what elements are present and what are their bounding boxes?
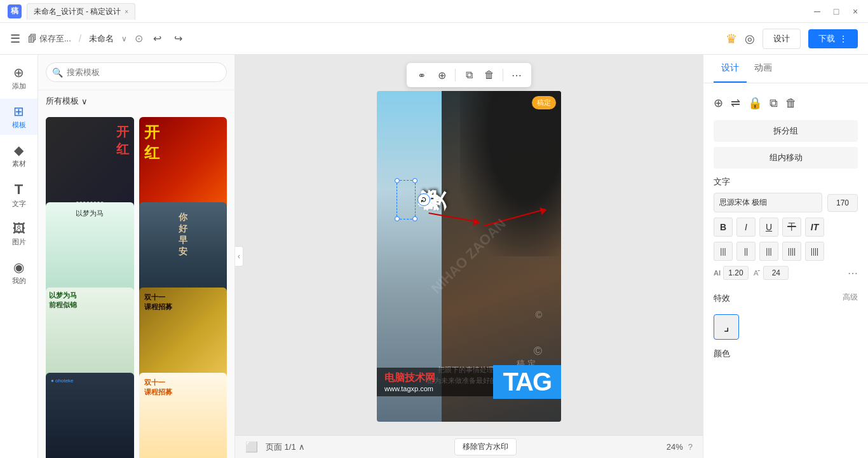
effects-advanced-btn[interactable]: 高级 — [843, 292, 858, 303]
split-group-button[interactable]: 拆分组 — [714, 120, 858, 142]
title-tab[interactable]: 未命名_设计页 - 稿定设计 × — [27, 3, 135, 20]
colors-section: 颜色 — [714, 347, 858, 359]
download-more-icon[interactable]: ⋮ — [839, 34, 848, 44]
crown-icon: ♛ — [726, 31, 737, 46]
bottom-text-line-2: 是为未来做准备最好的方式 — [427, 375, 511, 387]
icon-sidebar: ⊕ 添加 ⊞ 模板 ◆ 素材 T 文字 🖼 图片 ◉ 我的 — [0, 55, 38, 458]
canvas-area: ‹ ⚭ ⊕ ⧉ 🗑 ⋯ 稿定 — [235, 55, 703, 458]
text-icon: T — [15, 181, 23, 198]
toolbar-right: ♛ ◎ 设计 下载 ⋮ — [726, 29, 858, 49]
template-filter[interactable]: 所有模板 ∨ — [38, 90, 234, 112]
close-btn[interactable]: × — [850, 6, 860, 17]
canvas-bottom-caption: 把眼下的事情处理好 是为未来做准备最好的方式 — [427, 364, 511, 387]
page-arrow-icon[interactable]: ∧ — [299, 442, 305, 452]
template-item[interactable]: 双十一课程招募 — [139, 373, 227, 458]
target-icon[interactable]: ◎ — [745, 32, 755, 46]
align-right-button[interactable]: ||| — [759, 242, 778, 261]
tab-animation[interactable]: 动画 — [747, 55, 780, 83]
layer-flip-icon[interactable]: ⇌ — [731, 96, 740, 110]
text-element[interactable]: 你好早安 ↻ — [397, 180, 416, 219]
float-link-btn[interactable]: ⚭ — [412, 66, 431, 85]
bold-button[interactable]: B — [714, 218, 733, 237]
sidebar-label-add: 添加 — [12, 81, 26, 91]
template-item[interactable]: ● ohoteke — [46, 373, 134, 458]
filename-display[interactable]: 未命名 — [89, 33, 114, 45]
tab-close[interactable]: × — [125, 8, 128, 15]
sidebar-item-mine[interactable]: ◉ 我的 — [0, 254, 37, 291]
float-copy-btn[interactable]: ⧉ — [459, 66, 478, 85]
float-delete-btn[interactable]: 🗑 — [480, 66, 499, 85]
font-name-button[interactable]: 思源宋体 极细 — [714, 193, 822, 212]
italic-button[interactable]: I — [736, 218, 756, 237]
page-indicator: 页面 1/1 ∧ — [266, 441, 305, 453]
remove-watermark-button[interactable]: 移除官方水印 — [454, 438, 517, 455]
cloud-sync-icon[interactable]: ⊙ — [135, 32, 143, 45]
filename-dropdown-icon[interactable]: ∨ — [121, 34, 127, 43]
outline-button[interactable]: IT — [805, 218, 824, 237]
effect-thumb-icon: ⌟ — [724, 320, 729, 334]
menu-icon[interactable]: ☰ — [10, 32, 20, 46]
canvas-wrapper: ⚭ ⊕ ⧉ 🗑 ⋯ 稿定 — [377, 91, 561, 422]
page-view-icon[interactable]: ⬜ — [245, 441, 258, 453]
sidebar-item-image[interactable]: 🖼 图片 — [0, 216, 37, 252]
move-in-group-button[interactable]: 组内移动 — [714, 147, 858, 169]
canvas-image[interactable]: 稿定 你好早安 ↻ 把眼下的事情处理好 是为未来做准备最好的方式 — [377, 91, 561, 422]
layer-lock-icon[interactable]: 🔒 — [748, 96, 762, 110]
template-icon: ⊞ — [13, 104, 24, 119]
effects-grid: ⌟ — [714, 314, 858, 340]
help-icon[interactable]: ? — [688, 442, 693, 452]
download-button[interactable]: 下载 ⋮ — [808, 29, 858, 48]
float-more-btn[interactable]: ⋯ — [507, 66, 526, 85]
panel-collapse-btn[interactable]: ‹ — [235, 246, 243, 267]
effects-header: 特效 高级 — [714, 285, 858, 309]
share-button[interactable]: 设计 — [763, 29, 801, 49]
strikethrough-button[interactable]: 干 — [782, 218, 801, 237]
search-input-wrap: 🔍 — [46, 62, 227, 82]
underline-button[interactable]: U — [759, 218, 778, 237]
sidebar-item-text[interactable]: T 文字 — [0, 176, 37, 214]
minimize-btn[interactable]: ─ — [812, 6, 822, 17]
toolbar: ☰ 🗐 保存至... / 未命名 ∨ ⊙ ↩ ↪ ♛ ◎ 设计 下载 ⋮ — [0, 23, 868, 55]
redo-button[interactable]: ↪ — [172, 30, 185, 47]
tab-design[interactable]: 设计 — [714, 55, 747, 83]
letter-spacing-icon: AI — [714, 269, 721, 277]
save-button[interactable]: 🗐 保存至... — [28, 33, 71, 45]
align-distribute-button[interactable]: |||| — [805, 242, 824, 261]
confirm-button[interactable]: 稿定 — [532, 96, 556, 109]
layer-copy-icon[interactable]: ⧉ — [770, 97, 778, 110]
effects-section: 特效 高级 ⌟ — [714, 285, 858, 340]
sidebar-item-add[interactable]: ⊕ 添加 — [0, 60, 37, 96]
toolbar-separator: / — [79, 33, 81, 45]
template-grid: 209999993499999949999999 开红 开红 VIP 以梦为马 … — [38, 112, 234, 458]
layer-delete-icon[interactable]: 🗑 — [785, 97, 797, 110]
search-icon: 🔍 — [52, 67, 63, 78]
canvas-studio-text: 稿 定 — [517, 358, 536, 370]
letter-spacing-value[interactable]: 1.20 — [723, 266, 749, 280]
align-center-button[interactable]: || — [736, 242, 756, 261]
zoom-value: 24% — [667, 442, 683, 452]
sidebar-label-material: 素材 — [12, 159, 26, 169]
sidebar-item-material[interactable]: ◆ 素材 — [0, 137, 37, 174]
search-input[interactable] — [46, 62, 227, 82]
font-size-input[interactable] — [827, 194, 858, 212]
align-left-button[interactable]: ||| — [714, 242, 733, 261]
handle-tr[interactable] — [395, 178, 400, 183]
canvas-bottom-bar: ⬜ 页面 1/1 ∧ 移除官方水印 24% ? — [235, 435, 703, 458]
maximize-btn[interactable]: □ — [831, 6, 841, 17]
canvas-text-content: 你好早安 — [400, 186, 410, 214]
line-spacing-value[interactable]: 24 — [763, 266, 789, 280]
layer-stack-icon[interactable]: ⊕ — [714, 96, 723, 110]
undo-button[interactable]: ↩ — [151, 30, 164, 47]
spacing-more-icon[interactable]: ⋯ — [848, 267, 858, 279]
layer-controls: ⊕ ⇌ 🔒 ⧉ 🗑 — [714, 91, 858, 115]
image-icon: 🖼 — [13, 221, 25, 236]
tab-label: 未命名_设计页 - 稿定设计 — [34, 6, 121, 17]
float-align-btn[interactable]: ⊕ — [432, 66, 451, 85]
align-justify-button[interactable]: |||| — [782, 242, 801, 261]
sidebar-item-template[interactable]: ⊞ 模板 — [0, 99, 37, 135]
filter-label: 所有模板 — [46, 95, 79, 107]
app-icon: 稿 — [8, 4, 22, 18]
effect-thumb-1[interactable]: ⌟ — [714, 314, 739, 340]
hair-detail — [460, 91, 562, 256]
page-text: 页面 1/1 — [266, 441, 296, 453]
